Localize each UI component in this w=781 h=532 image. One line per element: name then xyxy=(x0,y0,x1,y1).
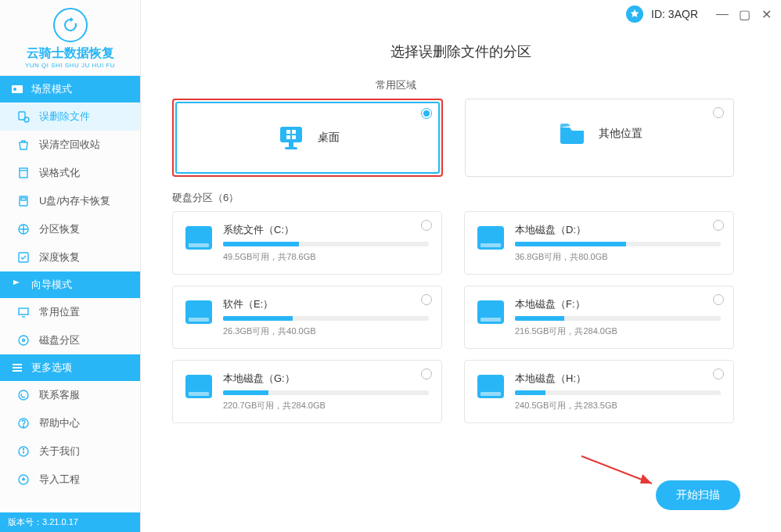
folder-icon xyxy=(556,118,588,149)
sidebar-item-label: 关于我们 xyxy=(39,444,80,458)
scene-icon xyxy=(11,83,23,95)
page-title: 选择误删除文件的分区 xyxy=(141,42,781,61)
logo-title: 云骑士数据恢复 xyxy=(0,45,140,62)
svg-point-16 xyxy=(23,448,23,449)
radio-disk[interactable] xyxy=(713,220,724,231)
disk-usage-bar xyxy=(515,242,721,246)
disk-card[interactable]: 本地磁盘（G:） 220.7GB可用，共284.0GB xyxy=(172,360,442,423)
format-icon xyxy=(17,167,30,179)
disk-info: 本地磁盘（H:） 240.5GB可用，共283.5GB xyxy=(515,372,721,412)
drive-icon xyxy=(477,375,504,398)
radio-disk[interactable] xyxy=(421,368,432,379)
start-scan-button[interactable]: 开始扫描 xyxy=(656,480,740,510)
sidebar-item-about[interactable]: 关于我们 xyxy=(0,437,140,466)
disk-info: 软件（E:） 26.3GB可用，共40.0GB xyxy=(223,297,429,337)
sidebar-item-support[interactable]: 联系客服 xyxy=(0,381,140,409)
disk-name: 本地磁盘（F:） xyxy=(515,297,721,311)
sidebar-item-label: 误格式化 xyxy=(39,166,80,180)
disk-detail: 36.8GB可用，共80.0GB xyxy=(515,251,721,263)
common-area-label: 常用区域 xyxy=(376,78,734,92)
sidebar-item-recycle[interactable]: 误清空回收站 xyxy=(0,131,140,159)
sidebar-item-label: 常用位置 xyxy=(39,305,80,319)
sidebar-item-common-loc[interactable]: 常用位置 xyxy=(0,298,140,326)
minimize-button[interactable]: — xyxy=(715,7,729,22)
sidebar: 云骑士数据恢复 YUN QI SHI SHU JU HUI FU 场景模式 误删… xyxy=(0,0,141,532)
sidebar-item-label: 分区恢复 xyxy=(39,222,80,236)
svg-rect-18 xyxy=(280,127,302,142)
card-desktop-label: 桌面 xyxy=(318,131,340,145)
sidebar-section-label: 更多选项 xyxy=(31,361,72,375)
sidebar-section-more[interactable]: 更多选项 xyxy=(0,354,140,381)
disk-partition-label: 硬盘分区（6） xyxy=(172,191,734,205)
sidebar-item-usb[interactable]: U盘/内存卡恢复 xyxy=(0,187,140,215)
drive-icon xyxy=(185,300,212,324)
svg-rect-24 xyxy=(292,135,296,139)
disk-card[interactable]: 系统文件（C:） 49.5GB可用，共78.6GB xyxy=(172,211,442,275)
sidebar-item-label: 磁盘分区 xyxy=(39,333,80,347)
card-desktop[interactable]: 桌面 xyxy=(172,99,443,177)
disk-name: 系统文件（C:） xyxy=(223,223,429,237)
radio-disk[interactable] xyxy=(421,294,432,305)
sidebar-item-deleted-files[interactable]: 误删除文件 xyxy=(0,102,140,131)
logo-area: 云骑士数据恢复 YUN QI SHI SHU JU HUI FU xyxy=(0,0,140,76)
disk-card[interactable]: 本地磁盘（F:） 216.5GB可用，共284.0GB xyxy=(464,286,734,349)
svg-rect-9 xyxy=(19,308,28,315)
disk-usage-bar xyxy=(223,242,429,246)
sidebar-item-label: 导入工程 xyxy=(39,473,80,487)
sidebar-item-disk-part[interactable]: 磁盘分区 xyxy=(0,326,140,354)
disk-grid: 系统文件（C:） 49.5GB可用，共78.6GB 本地磁盘（D:） 36.8G… xyxy=(172,211,734,423)
svg-rect-8 xyxy=(19,253,28,262)
svg-rect-23 xyxy=(286,135,290,139)
drive-icon xyxy=(185,375,212,398)
partition-icon xyxy=(17,223,30,235)
disk-detail: 49.5GB可用，共78.6GB xyxy=(223,251,429,263)
svg-rect-21 xyxy=(286,130,290,134)
svg-point-10 xyxy=(19,336,28,345)
drive-icon xyxy=(477,226,504,250)
disk-card[interactable]: 本地磁盘（H:） 240.5GB可用，共283.5GB xyxy=(464,360,734,423)
radio-disk[interactable] xyxy=(713,368,724,379)
monitor-icon xyxy=(17,306,30,318)
deep-icon xyxy=(17,251,30,264)
maximize-button[interactable]: ▢ xyxy=(737,7,751,22)
disk-usage-bar xyxy=(223,390,429,395)
deleted-files-icon xyxy=(17,110,30,123)
svg-point-1 xyxy=(13,88,16,91)
svg-point-14 xyxy=(23,426,23,426)
sidebar-item-format[interactable]: 误格式化 xyxy=(0,159,140,187)
radio-disk[interactable] xyxy=(421,220,432,231)
sidebar-item-label: 误删除文件 xyxy=(39,110,90,124)
drive-icon xyxy=(185,226,212,250)
help-icon xyxy=(17,417,30,430)
disk-usage-bar xyxy=(223,316,429,321)
close-button[interactable]: ✕ xyxy=(759,7,773,22)
sidebar-section-wizard[interactable]: 向导模式 xyxy=(0,271,140,298)
disk-card[interactable]: 本地磁盘（D:） 36.8GB可用，共80.0GB xyxy=(464,211,734,275)
menu-icon xyxy=(11,361,23,374)
radio-other[interactable] xyxy=(713,107,724,118)
disk-card[interactable]: 软件（E:） 26.3GB可用，共40.0GB xyxy=(172,286,442,349)
sidebar-section-scene[interactable]: 场景模式 xyxy=(0,76,140,102)
disk-info: 本地磁盘（D:） 36.8GB可用，共80.0GB xyxy=(515,223,721,263)
radio-disk[interactable] xyxy=(713,294,724,305)
sidebar-item-import[interactable]: 导入工程 xyxy=(0,466,140,494)
svg-rect-20 xyxy=(285,147,297,149)
phone-icon xyxy=(17,389,30,401)
recycle-icon xyxy=(17,138,30,151)
disk-name: 软件（E:） xyxy=(223,297,429,311)
sidebar-section-label: 向导模式 xyxy=(31,278,72,292)
logo-subtitle: YUN QI SHI SHU JU HUI FU xyxy=(0,62,140,69)
sidebar-item-help[interactable]: 帮助中心 xyxy=(0,409,140,437)
disk-info: 本地磁盘（F:） 216.5GB可用，共284.0GB xyxy=(515,297,721,337)
disk-detail: 240.5GB可用，共283.5GB xyxy=(515,400,721,412)
sidebar-item-deep[interactable]: 深度恢复 xyxy=(0,243,140,271)
disk-info: 系统文件（C:） 49.5GB可用，共78.6GB xyxy=(223,223,429,263)
disk-usage-bar xyxy=(515,316,721,321)
sidebar-item-label: 深度恢复 xyxy=(39,250,80,264)
svg-rect-4 xyxy=(20,168,27,178)
card-other-location[interactable]: 其他位置 xyxy=(465,99,734,177)
id-badge-icon xyxy=(626,5,643,23)
sidebar-item-label: 误清空回收站 xyxy=(39,138,100,152)
radio-desktop[interactable] xyxy=(421,108,432,119)
sidebar-item-partition[interactable]: 分区恢复 xyxy=(0,215,140,243)
